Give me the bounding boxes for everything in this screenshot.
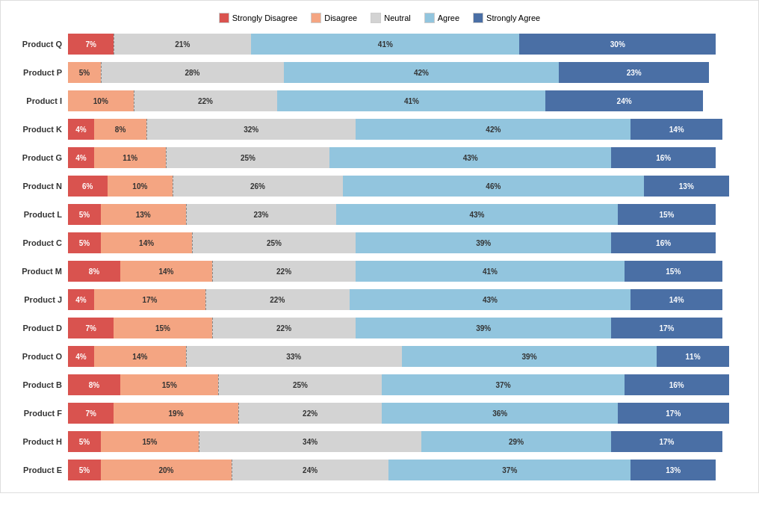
bar-wrapper: 5%28%42%23% bbox=[68, 62, 751, 83]
bar-segment: 7% bbox=[68, 34, 114, 55]
legend-item: Strongly Agree bbox=[473, 13, 540, 23]
legend-swatch bbox=[371, 13, 381, 23]
bar-segment: 42% bbox=[356, 119, 631, 140]
legend-label: Strongly Disagree bbox=[232, 13, 297, 22]
bar-segment: 16% bbox=[611, 232, 716, 253]
bar-segment: 17% bbox=[611, 318, 722, 338]
row-label: Product L bbox=[8, 210, 68, 219]
bar-segment: 26% bbox=[173, 176, 343, 197]
bar-segment: 15% bbox=[618, 204, 716, 225]
bar-segment: 24% bbox=[232, 460, 388, 480]
bar-segment: 25% bbox=[218, 374, 382, 395]
bar-segment: 15% bbox=[101, 431, 199, 452]
bar-segment: 8% bbox=[68, 261, 120, 282]
bar-wrapper: 4%11%25%43%16% bbox=[68, 147, 751, 168]
row-label: Product O bbox=[8, 352, 68, 361]
bar-segment: 28% bbox=[101, 62, 284, 83]
bar-segment: 7% bbox=[68, 318, 114, 338]
bar-segment: 41% bbox=[277, 90, 545, 111]
bar-segment: 5% bbox=[68, 62, 101, 83]
bar-segment: 14% bbox=[94, 346, 186, 367]
table-row: Product K4%8%32%42%14% bbox=[8, 116, 751, 143]
bar-segment: 23% bbox=[559, 62, 709, 83]
bar-wrapper: 5%15%34%29%17% bbox=[68, 431, 751, 452]
bar-segment: 13% bbox=[101, 204, 186, 225]
table-row: Product G4%11%25%43%16% bbox=[8, 144, 751, 171]
bar-segment: 15% bbox=[625, 261, 722, 282]
row-label: Product N bbox=[8, 182, 68, 191]
bar-wrapper: 5%13%23%43%15% bbox=[68, 204, 751, 225]
chart-legend: Strongly Disagree Disagree Neutral Agree… bbox=[8, 13, 751, 23]
bar-segment: 17% bbox=[618, 403, 729, 424]
bar-segment: 11% bbox=[94, 147, 166, 168]
bar-wrapper: 8%15%25%37%16% bbox=[68, 374, 751, 395]
bar-segment: 36% bbox=[382, 403, 617, 424]
bar-segment: 41% bbox=[251, 34, 519, 55]
row-label: Product J bbox=[8, 295, 68, 304]
bar-segment: 5% bbox=[68, 431, 101, 452]
bar-segment: 43% bbox=[329, 147, 611, 168]
bar-segment: 8% bbox=[94, 119, 146, 140]
bar-segment: 4% bbox=[68, 119, 94, 140]
chart-body: Product Q7%21%41%30%Product P5%28%42%23%… bbox=[8, 31, 751, 485]
bar-segment: 17% bbox=[611, 431, 722, 452]
row-label: Product G bbox=[8, 153, 68, 162]
bar-segment: 42% bbox=[284, 62, 559, 83]
bar-segment: 37% bbox=[388, 460, 631, 480]
legend-item: Neutral bbox=[371, 13, 410, 23]
bar-segment: 14% bbox=[631, 119, 722, 140]
bar-segment: 46% bbox=[343, 176, 644, 197]
table-row: Product E5%20%24%37%13% bbox=[8, 457, 751, 483]
bar-wrapper: 4%17%22%43%14% bbox=[68, 289, 751, 310]
bar-segment: 22% bbox=[134, 90, 278, 111]
bar-segment: 4% bbox=[68, 147, 94, 168]
bar-segment: 34% bbox=[199, 431, 421, 452]
row-label: Product P bbox=[8, 68, 68, 77]
table-row: Product P5%28%42%23% bbox=[8, 59, 751, 86]
bar-segment: 25% bbox=[192, 232, 356, 253]
bar-segment: 41% bbox=[356, 261, 624, 282]
bar-wrapper: 6%10%26%46%13% bbox=[68, 176, 751, 197]
bar-wrapper: 5%20%24%37%13% bbox=[68, 460, 751, 480]
bar-segment: 10% bbox=[108, 176, 173, 197]
bar-segment: 37% bbox=[382, 374, 624, 395]
row-label: Product Q bbox=[8, 40, 68, 49]
legend-label: Disagree bbox=[324, 13, 357, 22]
bar-segment: 20% bbox=[101, 460, 232, 480]
table-row: Product Q7%21%41%30% bbox=[8, 31, 751, 58]
bar-wrapper: 7%21%41%30% bbox=[68, 34, 751, 55]
legend-item: Disagree bbox=[311, 13, 357, 23]
legend-swatch bbox=[219, 13, 229, 23]
table-row: Product B8%15%25%37%16% bbox=[8, 371, 751, 398]
legend-item: Agree bbox=[424, 13, 459, 23]
bar-segment: 14% bbox=[101, 232, 193, 253]
row-label: Product K bbox=[8, 125, 68, 134]
legend-swatch bbox=[424, 13, 435, 23]
bar-segment: 16% bbox=[611, 147, 716, 168]
bar-segment: 22% bbox=[212, 261, 356, 282]
bar-segment: 14% bbox=[120, 261, 212, 282]
bar-segment: 16% bbox=[625, 374, 729, 395]
bar-segment: 8% bbox=[68, 374, 120, 395]
bar-segment: 15% bbox=[120, 374, 218, 395]
bar-segment: 13% bbox=[631, 460, 716, 480]
row-label: Product C bbox=[8, 238, 68, 247]
bar-wrapper: 4%14%33%39%11% bbox=[68, 346, 751, 367]
row-label: Product H bbox=[8, 437, 68, 446]
table-row: Product D7%15%22%39%17% bbox=[8, 315, 751, 341]
legend-label: Neutral bbox=[384, 13, 410, 22]
bar-segment: 19% bbox=[114, 403, 238, 424]
row-label: Product M bbox=[8, 267, 68, 276]
bar-wrapper: 10%22%41%24% bbox=[68, 90, 751, 111]
bar-wrapper: 5%14%25%39%16% bbox=[68, 232, 751, 253]
bar-segment: 22% bbox=[238, 403, 382, 424]
bar-wrapper: 7%15%22%39%17% bbox=[68, 318, 751, 338]
row-label: Product I bbox=[8, 96, 68, 105]
legend-swatch bbox=[311, 13, 321, 23]
bar-segment: 6% bbox=[68, 176, 108, 197]
bar-segment: 4% bbox=[68, 346, 94, 367]
bar-segment: 33% bbox=[186, 346, 402, 367]
table-row: Product N6%10%26%46%13% bbox=[8, 173, 751, 200]
bar-segment: 30% bbox=[519, 34, 716, 55]
bar-segment: 14% bbox=[631, 289, 722, 310]
